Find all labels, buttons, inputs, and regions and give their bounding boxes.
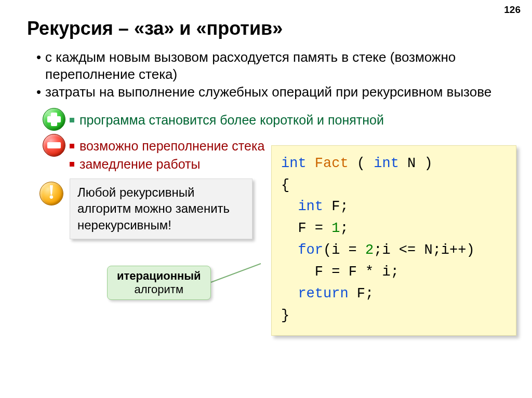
exclamation-icon: !	[39, 182, 63, 205]
bullet-item: • с каждым новым вызовом расходуется пам…	[36, 49, 507, 84]
bullet-dot: •	[36, 84, 41, 101]
page-number: 126	[504, 4, 521, 16]
bullet-text: затраты на выполнение служебных операций…	[45, 84, 491, 101]
bullet-dot: •	[36, 49, 41, 84]
callout-connector	[207, 259, 264, 296]
bullet-list: • с каждым новым вызовом расходуется пам…	[36, 49, 507, 101]
square-bullet-icon	[70, 118, 74, 122]
label-rest: алгоритм	[135, 283, 184, 296]
bullet-text: с каждым новым вызовом расходуется памят…	[45, 49, 507, 84]
con-text: возможно переполнение стека	[79, 139, 264, 153]
square-bullet-icon	[70, 162, 74, 167]
minus-icon	[43, 134, 65, 157]
code-box: int Fact ( int N ) { int F; F = 1; for(i…	[271, 145, 516, 336]
pro-row: программа становится более короткой и по…	[38, 108, 532, 131]
plus-icon	[43, 108, 65, 131]
label-box: итерационный алгоритм	[107, 266, 211, 300]
label-bold: итерационный	[117, 269, 201, 282]
square-bullet-icon	[70, 144, 74, 148]
pro-item: программа становится более короткой и по…	[70, 111, 532, 129]
slide-title: Рекурсия – «за» и «против»	[27, 18, 532, 39]
con-text: замедление работы	[79, 157, 201, 171]
bullet-item: • затраты на выполнение служебных операц…	[36, 84, 507, 101]
pro-text: программа становится более короткой и по…	[79, 113, 384, 127]
note-box: Любой рекурсивный алгоритм можно заменит…	[70, 179, 252, 239]
